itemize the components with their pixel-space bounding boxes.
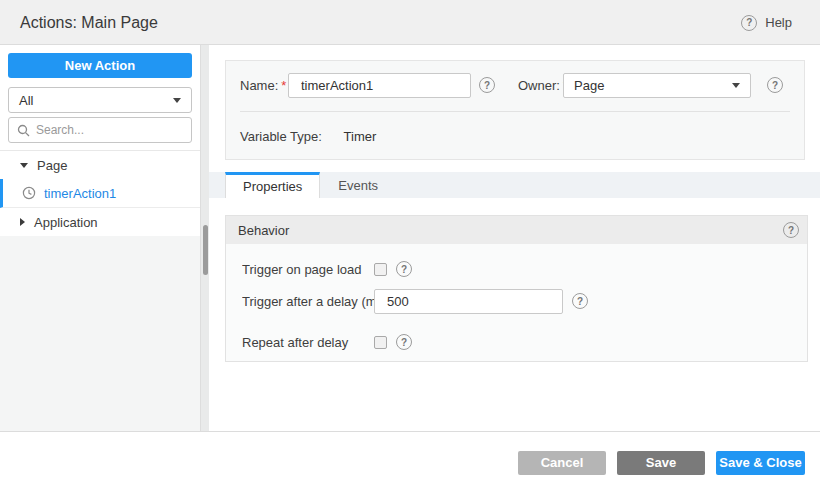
sidebar-empty-area <box>0 236 200 431</box>
behavior-panel: Behavior Trigger on page load Trigger af… <box>225 215 808 362</box>
tree-node-label: Page <box>37 158 67 173</box>
owner-select[interactable]: Page <box>563 73 751 98</box>
action-editor: Name:* Owner:* Page Variable Type: Timer… <box>209 45 820 431</box>
chevron-down-icon <box>173 98 181 103</box>
caret-down-icon[interactable] <box>20 163 28 168</box>
variable-type-value: Timer <box>344 129 377 144</box>
tree-node-label: Application <box>34 215 98 230</box>
chevron-down-icon <box>732 83 740 88</box>
actions-tree: Page timerAction1 Application <box>0 150 200 237</box>
search-icon <box>17 124 30 137</box>
help-label: Help <box>765 15 792 30</box>
trigger-on-page-load-row: Trigger on page load <box>242 256 797 282</box>
owner-select-value: Page <box>574 78 732 93</box>
name-input[interactable] <box>288 73 471 98</box>
editor-tabstrip: Properties Events <box>209 172 820 198</box>
filter-dropdown-value: All <box>19 93 173 108</box>
panel-divider <box>240 111 790 112</box>
tree-node-page[interactable]: Page <box>0 151 200 179</box>
repeat-after-delay-label: Repeat after delay <box>242 335 374 350</box>
tree-node-label: timerAction1 <box>44 186 116 201</box>
owner-help-icon[interactable] <box>767 77 783 93</box>
action-summary-panel: Name:* Owner:* Page Variable Type: Timer <box>225 60 805 160</box>
trigger-delay-help-icon[interactable] <box>572 293 588 309</box>
trigger-on-page-load-label: Trigger on page load <box>242 262 374 277</box>
required-marker: * <box>281 78 286 93</box>
search-input[interactable] <box>36 123 183 137</box>
repeat-after-delay-row: Repeat after delay <box>242 329 797 355</box>
trigger-delay-input[interactable] <box>374 289 563 314</box>
new-action-button[interactable]: New Action <box>8 53 192 78</box>
filter-dropdown[interactable]: All <box>8 87 192 113</box>
tab-properties[interactable]: Properties <box>225 172 320 198</box>
behavior-panel-title: Behavior <box>238 223 289 238</box>
owner-label: Owner:* <box>518 73 568 99</box>
caret-right-icon[interactable] <box>20 218 25 226</box>
tree-node-application[interactable]: Application <box>0 208 200 237</box>
help-icon <box>741 15 757 31</box>
trigger-delay-label: Trigger after a delay (millisec… <box>242 294 374 309</box>
sidebar-scrollbar-thumb[interactable] <box>203 225 208 275</box>
name-label: Name:* <box>240 73 286 99</box>
actions-sidebar: New Action All Page timerAction1 <box>0 45 200 431</box>
help-button[interactable]: Help <box>741 0 792 45</box>
variable-type-row: Variable Type: Timer <box>240 124 376 150</box>
dialog-footer: Cancel Save Save & Close <box>0 431 820 490</box>
save-and-close-button[interactable]: Save & Close <box>716 451 805 475</box>
behavior-help-icon[interactable] <box>783 222 799 238</box>
repeat-after-delay-help-icon[interactable] <box>396 334 412 350</box>
search-box <box>8 117 192 143</box>
tab-events[interactable]: Events <box>320 172 396 198</box>
tree-node-timer-action[interactable]: timerAction1 <box>0 179 200 208</box>
behavior-panel-header: Behavior <box>226 216 807 244</box>
clock-icon <box>22 186 36 200</box>
trigger-on-page-load-checkbox[interactable] <box>374 263 387 276</box>
name-help-icon[interactable] <box>479 77 495 93</box>
trigger-on-page-load-help-icon[interactable] <box>396 261 412 277</box>
repeat-after-delay-checkbox[interactable] <box>374 336 387 349</box>
sidebar-scrollbar-track[interactable] <box>200 45 209 431</box>
page-title: Actions: Main Page <box>20 0 158 45</box>
actions-dialog: Actions: Main Page Help New Action All P… <box>0 0 820 490</box>
name-owner-row: Name:* Owner:* Page <box>226 73 804 99</box>
save-button[interactable]: Save <box>617 451 705 475</box>
dialog-header: Actions: Main Page Help <box>0 0 820 45</box>
variable-type-label: Variable Type: <box>240 129 322 144</box>
trigger-delay-row: Trigger after a delay (millisec… <box>242 288 797 314</box>
cancel-button[interactable]: Cancel <box>518 451 606 475</box>
